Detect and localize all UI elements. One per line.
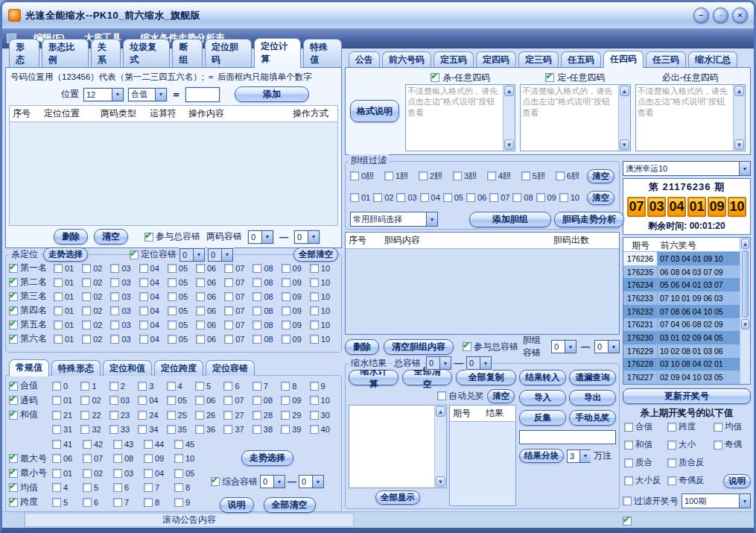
value-row-toggle[interactable]: 最大号 bbox=[9, 452, 52, 465]
number-checkbox[interactable]: 29 bbox=[281, 411, 309, 420]
number-checkbox[interactable]: 5 bbox=[52, 498, 83, 507]
number-checkbox[interactable]: 04 bbox=[139, 264, 168, 273]
maximize-button[interactable]: ▫ bbox=[713, 7, 728, 23]
dan-count-checkbox[interactable]: 2胆 bbox=[419, 171, 442, 182]
number-checkbox[interactable]: 4 bbox=[167, 382, 195, 391]
dan-number-checkbox[interactable]: 06 bbox=[466, 193, 486, 202]
number-checkbox[interactable]: 08 bbox=[252, 278, 281, 287]
dan-join-total-toggle[interactable]: 参与总容错 bbox=[463, 341, 518, 353]
values-tab[interactable]: 定位跨度 bbox=[154, 360, 203, 376]
help-button[interactable]: 说明 bbox=[723, 474, 751, 488]
combined-tolerance-from-select[interactable]: 0▼ bbox=[260, 475, 285, 488]
number-checkbox[interactable]: 03 bbox=[110, 321, 139, 329]
total-tolerance-to-select[interactable]: 0▼ bbox=[466, 356, 492, 370]
scroll-up-icon[interactable]: ▲ bbox=[734, 86, 744, 96]
number-checkbox[interactable]: 06 bbox=[196, 335, 224, 344]
dan-count-checkbox[interactable]: 5胆 bbox=[521, 171, 545, 182]
close-button[interactable]: ✕ bbox=[732, 7, 748, 23]
shrink-calc-button[interactable]: 缩水计算 bbox=[349, 370, 398, 385]
scrollbar[interactable]: ▲ ▼ bbox=[733, 85, 745, 151]
number-checkbox[interactable]: 04 bbox=[139, 292, 168, 301]
number-checkbox[interactable]: 23 bbox=[109, 411, 138, 420]
number-checkbox[interactable]: 04 bbox=[139, 278, 168, 287]
kill-last-option[interactable]: 大小反 bbox=[624, 475, 667, 486]
kill-row-toggle[interactable]: 第三名 bbox=[9, 290, 54, 303]
filter-draw-toggle[interactable]: 过滤开奖号 bbox=[623, 495, 679, 508]
history-row[interactable]: 17623607 03 04 01 09 10 bbox=[623, 252, 740, 265]
number-checkbox[interactable]: 06 bbox=[195, 396, 223, 405]
middle-tab[interactable]: 任三码 bbox=[646, 51, 686, 67]
trend-select-button[interactable]: 走势选择 bbox=[241, 450, 293, 466]
number-checkbox[interactable]: 06 bbox=[196, 292, 224, 301]
number-checkbox[interactable]: 9 bbox=[310, 382, 338, 391]
middle-tab[interactable]: 定五码 bbox=[433, 51, 474, 67]
number-checkbox[interactable]: 22 bbox=[80, 411, 109, 420]
number-checkbox[interactable]: 4 bbox=[52, 483, 83, 492]
number-checkbox[interactable]: 04 bbox=[139, 321, 168, 329]
number-checkbox[interactable]: 03 bbox=[113, 469, 144, 478]
filter-period-select[interactable]: 100期▼ bbox=[682, 493, 751, 508]
delete-button[interactable]: 删除 bbox=[54, 229, 88, 245]
number-checkbox[interactable]: 10 bbox=[310, 292, 338, 301]
number-checkbox[interactable]: 07 bbox=[224, 264, 252, 273]
fix-any-four-checkbox[interactable] bbox=[545, 73, 554, 82]
number-checkbox[interactable]: 02 bbox=[83, 469, 113, 478]
dan-count-checkbox[interactable]: 3胆 bbox=[453, 171, 477, 182]
scroll-down-icon[interactable]: ▼ bbox=[734, 139, 744, 150]
history-row[interactable]: 17623207 08 06 04 10 05 bbox=[623, 305, 740, 318]
number-checkbox[interactable]: 2 bbox=[109, 382, 138, 391]
kill-row-toggle[interactable]: 第二名 bbox=[9, 276, 54, 288]
number-checkbox[interactable]: 9 bbox=[174, 498, 205, 507]
middle-tab[interactable]: 定四码 bbox=[476, 51, 516, 67]
fix-any-four-textarea[interactable]: 不清楚输入格式的，请先点击左边”格式说明“按钮查看 ▲ ▼ bbox=[520, 84, 630, 151]
number-checkbox[interactable]: 31 bbox=[52, 425, 80, 434]
number-checkbox[interactable]: 09 bbox=[282, 335, 310, 344]
clear-button[interactable]: 清空 bbox=[587, 169, 614, 183]
number-checkbox[interactable]: 10 bbox=[310, 321, 338, 329]
number-checkbox[interactable]: 03 bbox=[110, 306, 139, 315]
middle-tab[interactable]: 任四码 bbox=[603, 51, 644, 68]
number-checkbox[interactable]: 45 bbox=[174, 440, 205, 449]
history-scrollbar[interactable]: ▲ ▼ bbox=[740, 238, 750, 384]
number-checkbox[interactable]: 05 bbox=[167, 396, 195, 405]
pair-tolerance-to-select[interactable]: 0▼ bbox=[294, 230, 320, 244]
middle-tab[interactable]: 前六号码 bbox=[382, 51, 431, 67]
number-checkbox[interactable]: 08 bbox=[252, 306, 281, 315]
value-row-toggle[interactable]: 通码 bbox=[9, 394, 52, 407]
number-checkbox[interactable]: 10 bbox=[310, 335, 338, 344]
scroll-up-icon[interactable]: ▲ bbox=[741, 239, 749, 249]
dan-table-body[interactable] bbox=[346, 249, 619, 334]
number-checkbox[interactable]: 8 bbox=[281, 382, 309, 391]
dan-number-checkbox[interactable]: 04 bbox=[420, 193, 440, 202]
number-checkbox[interactable]: 5 bbox=[83, 483, 113, 492]
number-checkbox[interactable]: 09 bbox=[144, 454, 174, 463]
number-checkbox[interactable]: 02 bbox=[82, 306, 110, 315]
number-checkbox[interactable]: 5 bbox=[195, 382, 223, 391]
miss-query-button[interactable]: 遗漏查询 bbox=[569, 370, 616, 385]
delete-button[interactable]: 删除 bbox=[345, 339, 379, 355]
update-draw-button[interactable]: 更新开奖号 bbox=[623, 388, 751, 404]
value-row-toggle[interactable]: 均值 bbox=[9, 482, 52, 494]
calc-table-body[interactable] bbox=[10, 122, 337, 225]
dan-count-checkbox[interactable]: 6胆 bbox=[556, 171, 579, 182]
transfer-button[interactable]: 结果转入 bbox=[519, 370, 566, 385]
number-checkbox[interactable]: 09 bbox=[281, 396, 309, 405]
kill-row-toggle[interactable]: 第五名 bbox=[9, 318, 54, 331]
number-checkbox[interactable]: 7 bbox=[252, 382, 281, 391]
dan-number-checkbox[interactable]: 09 bbox=[536, 193, 556, 202]
number-checkbox[interactable]: 02 bbox=[80, 396, 109, 405]
number-checkbox[interactable]: 03 bbox=[110, 278, 139, 287]
value-row-toggle[interactable]: 合值 bbox=[9, 379, 52, 392]
number-checkbox[interactable]: 33 bbox=[109, 425, 138, 434]
left-tab[interactable]: 断组 bbox=[172, 39, 203, 67]
number-checkbox[interactable]: 01 bbox=[52, 469, 83, 478]
middle-tab[interactable]: 任五码 bbox=[561, 51, 601, 67]
kill-last-option[interactable]: 大小 bbox=[667, 439, 714, 450]
scroll-down-icon[interactable]: ▼ bbox=[741, 319, 749, 329]
dan-number-checkbox[interactable]: 03 bbox=[396, 193, 416, 202]
left-tab[interactable]: 形态 bbox=[9, 39, 39, 67]
kill-last-option[interactable]: 奇偶 bbox=[714, 439, 751, 450]
number-checkbox[interactable]: 07 bbox=[223, 396, 252, 405]
clear-all-button[interactable]: 全部清空 bbox=[402, 370, 452, 385]
number-checkbox[interactable]: 09 bbox=[282, 321, 310, 329]
